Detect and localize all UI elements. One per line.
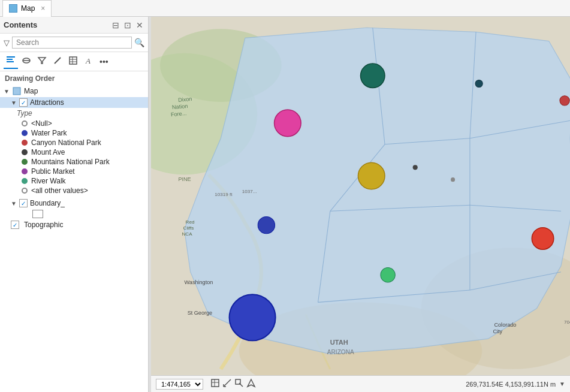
- svg-rect-2: [7, 61, 14, 62]
- dot-pink[interactable]: [275, 110, 301, 137]
- type-item-riverwalk-label: River Walk: [31, 177, 66, 185]
- type-item-canyon-label: Canyon National Park: [31, 138, 101, 147]
- bottom-bar: 1:474,165 2: [151, 375, 570, 392]
- filter-layers-button[interactable]: [35, 55, 49, 68]
- topographic-label: Topographic: [24, 221, 63, 229]
- list-view-button[interactable]: [4, 54, 18, 69]
- main-layout: Contents ⊟ ⊡ ✕ ▽ 🔍: [0, 17, 570, 392]
- canyon-dot-icon: [22, 140, 28, 146]
- filter-icon: ▽: [4, 38, 10, 47]
- attractions-label: Attractions: [30, 98, 64, 107]
- dot-red-small[interactable]: [560, 96, 569, 105]
- waterpark-dot-icon: [22, 130, 28, 136]
- map-tab-close[interactable]: ×: [41, 4, 45, 13]
- svg-text:PINE: PINE: [178, 176, 191, 182]
- measure-icon-button[interactable]: [222, 378, 232, 390]
- layer-tree: ▼ Map ▼ ✓ Attractions Type <Null>: [0, 84, 148, 392]
- drawing-order-label: Drawing Order: [0, 71, 148, 84]
- svg-text:A: A: [85, 56, 91, 65]
- map-tab-label: Map: [21, 4, 35, 13]
- more-options-button[interactable]: •••: [97, 56, 111, 68]
- svg-text:Colorado: Colorado: [494, 322, 516, 328]
- type-item-publicmarket-label: Public Market: [31, 167, 75, 176]
- svg-rect-7: [70, 57, 77, 64]
- riverwalk-dot-icon: [22, 178, 28, 184]
- map-layer-icon: [12, 86, 22, 96]
- boundary-checkbox[interactable]: ✓: [19, 199, 28, 207]
- dot-blue-small[interactable]: [258, 216, 275, 233]
- svg-marker-5: [38, 58, 46, 64]
- scale-selector[interactable]: 1:474,165: [156, 379, 203, 390]
- type-item-null-label: <Null>: [31, 119, 52, 128]
- null-dot-icon: [22, 120, 28, 126]
- type-item-mountains: Mountains National Park: [0, 157, 148, 167]
- topographic-checkbox[interactable]: ✓: [11, 221, 19, 229]
- type-item-null: <Null>: [0, 119, 148, 128]
- type-item-mountains-label: Mountains National Park: [31, 158, 110, 166]
- expand-boundary-icon[interactable]: ▼: [11, 200, 18, 207]
- catalog-button[interactable]: [19, 55, 34, 68]
- svg-line-50: [224, 379, 231, 387]
- search-button[interactable]: 🔍: [134, 38, 144, 47]
- svg-text:10319 ft: 10319 ft: [215, 192, 233, 197]
- dot-red-large[interactable]: [532, 228, 553, 249]
- svg-text:UTAH: UTAH: [330, 339, 348, 346]
- coords-dropdown-icon[interactable]: ▼: [559, 381, 565, 387]
- tree-item-topographic[interactable]: ✓ Topographic: [0, 219, 148, 230]
- svg-text:City: City: [493, 328, 502, 334]
- table-button[interactable]: [66, 55, 80, 68]
- map-tab[interactable]: Map ×: [2, 0, 52, 17]
- expand-attractions-icon[interactable]: ▼: [11, 99, 18, 106]
- grid-icon-button[interactable]: [210, 378, 220, 390]
- type-item-other: <all other values>: [0, 186, 148, 195]
- label-button[interactable]: A: [82, 55, 96, 68]
- svg-text:Red: Red: [186, 219, 195, 225]
- type-item-other-label: <all other values>: [31, 186, 88, 195]
- type-item-waterpark: Water Park: [0, 128, 148, 138]
- dot-blue-large[interactable]: [230, 294, 276, 340]
- svg-text:NCA: NCA: [182, 231, 193, 237]
- boundary-swatch-icon: [32, 210, 43, 218]
- close-button[interactable]: ✕: [135, 20, 144, 30]
- bottom-right: 269,731.54E 4,153,991.11N m ▼: [466, 381, 565, 388]
- auto-hide-button[interactable]: ⊟: [111, 20, 120, 30]
- svg-line-6: [55, 58, 61, 64]
- svg-rect-12: [13, 88, 20, 95]
- search-input[interactable]: [12, 37, 132, 49]
- symbology-button[interactable]: [50, 55, 65, 68]
- svg-rect-0: [7, 56, 15, 58]
- panel-controls: ⊟ ⊡ ✕: [111, 20, 144, 30]
- boundary-label: Boundary_: [30, 199, 65, 207]
- mountave-dot-icon: [22, 149, 28, 155]
- boundary-swatch-row: [0, 210, 148, 218]
- contents-panel: Contents ⊟ ⊡ ✕ ▽ 🔍: [0, 17, 149, 392]
- expand-map-icon[interactable]: ▼: [4, 88, 11, 95]
- svg-marker-54: [248, 379, 255, 387]
- svg-text:Dixon: Dixon: [178, 96, 192, 103]
- svg-text:Washington: Washington: [185, 279, 213, 285]
- dot-green[interactable]: [381, 268, 395, 282]
- tree-item-attractions[interactable]: ▼ ✓ Attractions: [0, 97, 148, 108]
- coordinates-display: 269,731.54E 4,153,991.11N m: [466, 381, 556, 388]
- type-item-mountave: Mount Ave: [0, 147, 148, 157]
- dot-tiny-1: [413, 165, 418, 170]
- tree-item-boundary[interactable]: ▼ ✓ Boundary_: [0, 198, 148, 209]
- type-item-canyon: Canyon National Park: [0, 138, 148, 147]
- navigate-icon-button[interactable]: [246, 378, 256, 390]
- dot-teal[interactable]: [361, 64, 385, 88]
- zoom-icon-button[interactable]: [234, 378, 244, 390]
- dot-gold[interactable]: [358, 162, 385, 189]
- map-area[interactable]: Dixon Nation Fore... Red Cliffs NCA Wash…: [151, 17, 570, 375]
- panel-title: Contents: [4, 20, 37, 29]
- type-item-mountave-label: Mount Ave: [31, 148, 65, 156]
- svg-rect-1: [7, 59, 13, 60]
- type-header: Type: [0, 108, 148, 119]
- dot-dark-small[interactable]: [475, 80, 482, 87]
- other-dot-icon: [22, 188, 28, 194]
- panel-header: Contents ⊟ ⊡ ✕: [0, 17, 148, 34]
- attractions-checkbox[interactable]: ✓: [19, 98, 28, 107]
- pin-button[interactable]: ⊡: [123, 20, 132, 30]
- mountains-dot-icon: [22, 159, 28, 165]
- tree-item-map[interactable]: ▼ Map: [0, 85, 148, 97]
- bottom-icon-group: [210, 378, 256, 390]
